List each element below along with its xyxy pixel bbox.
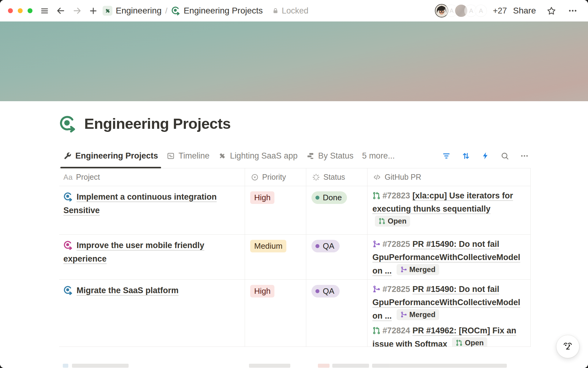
- pull-request-icon: [372, 327, 380, 335]
- presence-avatars[interactable]: A A A: [435, 4, 488, 17]
- cell-priority[interactable]: High: [245, 186, 306, 234]
- favorite-star-icon[interactable]: [546, 6, 556, 16]
- priority-pill: High: [250, 285, 274, 297]
- sidebar-menu-icon[interactable]: [40, 6, 49, 15]
- status-pill: Done: [311, 191, 347, 204]
- page-title[interactable]: Engineering Projects: [84, 115, 231, 132]
- page-mini-icon: [171, 6, 180, 15]
- tab-lighting-saas-app[interactable]: Lighting SaaS app: [214, 144, 302, 168]
- filter-icon[interactable]: [442, 151, 451, 160]
- cell-status[interactable]: Done: [306, 186, 368, 234]
- breadcrumb-workspace[interactable]: Engineering: [116, 6, 161, 16]
- cell-priority[interactable]: High: [245, 280, 306, 347]
- cell-github-pr: #72825 PR #15490: Do not fail GpuPerform…: [368, 280, 531, 347]
- breadcrumb-page[interactable]: Engineering Projects: [184, 6, 263, 16]
- search-icon[interactable]: [500, 151, 509, 160]
- locked-indicator[interactable]: Locked: [272, 6, 308, 16]
- git-merge-icon: [372, 285, 380, 293]
- pull-request-icon: [372, 192, 380, 200]
- project-link[interactable]: Migrate the SaaS platform: [77, 286, 179, 295]
- forward-icon[interactable]: [73, 6, 82, 15]
- lock-icon: [272, 7, 279, 14]
- fullscreen-button[interactable]: [28, 8, 32, 13]
- cell-status[interactable]: QA: [306, 235, 368, 279]
- automations-zap-icon[interactable]: [481, 151, 490, 160]
- minimize-button[interactable]: [18, 8, 23, 13]
- cell-project: Migrate the SaaS platform: [59, 280, 245, 347]
- pr-state-badge: Open: [452, 337, 487, 347]
- page-cover-image: [0, 21, 588, 101]
- status-dot: [315, 244, 319, 248]
- git-merge-icon: [400, 266, 407, 273]
- pr-state-badge: Open: [375, 216, 410, 227]
- view-tabs: Engineering Projects Timeline Lighting S…: [59, 144, 531, 168]
- pr-entry: #72824 PR #14962: [ROCm] Fix an issue wi…: [372, 324, 527, 347]
- column-header-project[interactable]: Aa Project: [59, 168, 245, 186]
- page-icon[interactable]: [59, 115, 77, 132]
- close-button[interactable]: [8, 8, 13, 13]
- project-link[interactable]: Improve the user mobile friendly experie…: [63, 241, 204, 263]
- notion-ai-button[interactable]: [556, 335, 579, 358]
- tab-by-status[interactable]: By Status: [302, 144, 358, 168]
- cell-project: Implement a continuous integration Sensi…: [59, 186, 245, 234]
- cell-priority[interactable]: Medium: [245, 235, 306, 279]
- project-link[interactable]: Implement a continuous integration Sensi…: [63, 192, 217, 215]
- tab-timeline[interactable]: Timeline: [162, 144, 214, 168]
- cell-github-pr: #72825 PR #15490: Do not fail GpuPerform…: [368, 235, 531, 279]
- page-title-row: Engineering Projects: [59, 115, 531, 132]
- new-page-icon[interactable]: [89, 6, 98, 15]
- priority-pill: High: [250, 191, 274, 204]
- page-content: Engineering Projects Engineering Project…: [59, 101, 531, 347]
- traffic-lights: [8, 8, 32, 13]
- more-options-icon[interactable]: [568, 6, 578, 16]
- pr-number: #72825: [383, 240, 410, 249]
- pr-entry: #72825 PR #15490: Do not fail GpuPerform…: [372, 238, 527, 278]
- status-pill: QA: [311, 285, 340, 297]
- pr-entry: #72825 PR #15490: Do not fail GpuPerform…: [372, 283, 527, 323]
- sort-icon[interactable]: [462, 151, 470, 160]
- table-row: Implement a continuous integration Sensi…: [59, 186, 531, 234]
- git-merge-icon: [400, 311, 407, 318]
- pr-number: #72825: [383, 285, 410, 294]
- pr-number: #72824: [383, 326, 410, 335]
- pr-entry: #72823 [xla:cpu] Use iterators for execu…: [372, 189, 527, 229]
- status-pill: QA: [311, 240, 340, 252]
- select-property-icon: [251, 173, 259, 181]
- table-row: Migrate the SaaS platform High QA #72825…: [59, 279, 531, 347]
- column-header-status[interactable]: Status: [306, 168, 368, 186]
- window-toolbar: Engineering / Engineering Projects Locke…: [0, 0, 588, 21]
- pr-number: #72823: [383, 191, 410, 200]
- tab-engineering-projects[interactable]: Engineering Projects: [59, 144, 162, 168]
- faded-next-row: [59, 364, 531, 368]
- avatar-overflow-count[interactable]: +27: [493, 6, 507, 16]
- breadcrumb-separator: /: [165, 6, 167, 16]
- status-dot: [315, 196, 319, 200]
- priority-pill: Medium: [250, 240, 286, 252]
- view-actions: [442, 151, 531, 160]
- board-icon: [306, 152, 315, 160]
- pull-request-icon: [379, 218, 385, 224]
- table-row: Improve the user mobile friendly experie…: [59, 234, 531, 279]
- wrench-icon: [63, 152, 72, 160]
- pr-state-badge: Merged: [397, 309, 439, 320]
- code-property-icon: [373, 173, 381, 182]
- workspace-hammer-icon[interactable]: [103, 6, 112, 16]
- column-header-github-pr[interactable]: GitHub PR: [368, 168, 531, 186]
- more-views-button[interactable]: 5 more...: [362, 151, 395, 161]
- cell-status[interactable]: QA: [306, 280, 368, 347]
- hammer-icon: [218, 152, 226, 160]
- ai-face-icon: [561, 340, 574, 353]
- project-page-icon: [63, 240, 73, 250]
- share-button[interactable]: Share: [513, 6, 536, 16]
- app-window: Engineering / Engineering Projects Locke…: [0, 0, 588, 368]
- cell-project: Improve the user mobile friendly experie…: [59, 235, 245, 279]
- pr-state-badge: Merged: [397, 264, 439, 275]
- project-page-icon: [63, 286, 73, 295]
- status-property-icon: [312, 173, 320, 181]
- text-property-icon: Aa: [63, 173, 73, 182]
- view-more-icon[interactable]: [520, 151, 529, 160]
- pull-request-icon: [456, 339, 462, 346]
- back-icon[interactable]: [56, 6, 65, 15]
- column-header-priority[interactable]: Priority: [245, 168, 306, 186]
- avatar[interactable]: A: [474, 4, 488, 17]
